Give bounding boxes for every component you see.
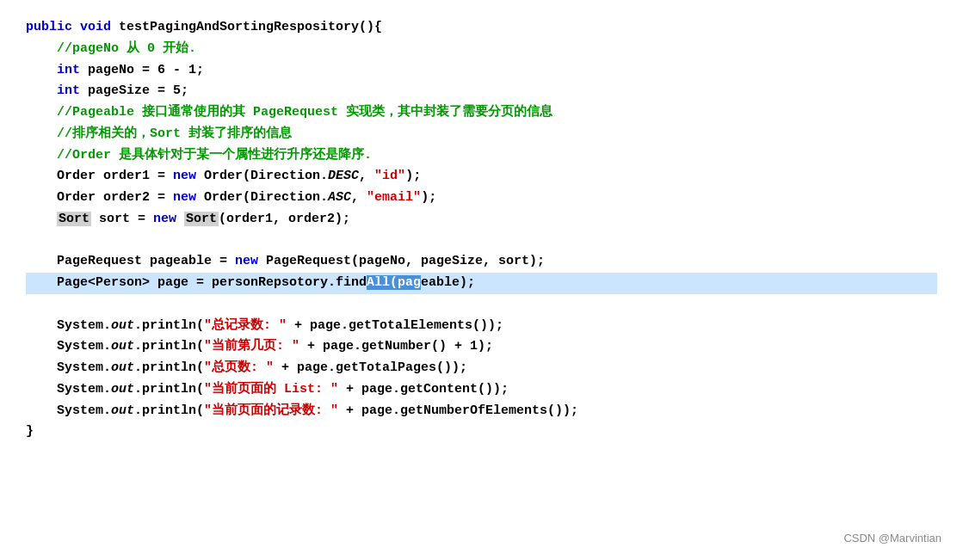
comment-5: //Pageable 接口通常使用的其 PageRequest 实现类，其中封装… xyxy=(57,105,552,120)
code-line-8: Order order1 = new Order(Direction.DESC,… xyxy=(26,166,937,188)
watermark: CSDN @Marvintian xyxy=(843,532,941,545)
comment-7: //Order 是具体针对于某一个属性进行升序还是降序. xyxy=(57,148,372,163)
out-4: out xyxy=(111,382,134,397)
code-line-blank-2 xyxy=(26,294,937,316)
code-line-12: PageRequest pageable = new PageRequest(p… xyxy=(26,251,937,273)
code-line-13: Page<Person> page = personRepsotory.find… xyxy=(26,273,937,294)
code-line-3: int pageNo = 6 - 1; xyxy=(26,60,937,82)
code-line-5: //Pageable 接口通常使用的其 PageRequest 实现类，其中封装… xyxy=(26,102,937,124)
code-line-19: System.out.println("当前页面的记录数: " + page.g… xyxy=(26,401,937,422)
comment-2: //pageNo 从 0 开始. xyxy=(57,41,196,56)
code-line-2: //pageNo 从 0 开始. xyxy=(26,39,937,60)
keyword-new-3: new xyxy=(153,212,176,226)
keyword-public: public xyxy=(26,20,72,34)
code-line-4: int pageSize = 5; xyxy=(26,81,937,102)
code-line-7: //Order 是具体针对于某一个属性进行升序还是降序. xyxy=(26,145,937,167)
code-line-6: //排序相关的，Sort 封装了排序的信息 xyxy=(26,124,937,145)
out-3: out xyxy=(111,360,134,375)
code-line-10: Sort sort = new Sort(order1, order2); xyxy=(26,209,937,231)
code-line-17: System.out.println("总页数: " + page.getTot… xyxy=(26,358,937,379)
keyword-void: void xyxy=(80,20,111,34)
string-total-pages: "总页数: " xyxy=(204,360,274,375)
comment-6: //排序相关的，Sort 封装了排序的信息 xyxy=(57,126,292,141)
direction-desc: DESC xyxy=(328,169,359,183)
out-2: out xyxy=(111,339,134,354)
out-5: out xyxy=(111,403,134,418)
direction-asc: ASC xyxy=(328,190,351,205)
keyword-int-1: int xyxy=(57,63,80,77)
code-line-1: public void testPagingAndSortingResposit… xyxy=(26,17,937,39)
sort-constructor-highlight: Sort xyxy=(184,212,219,226)
code-line-15: System.out.println("总记录数: " + page.getTo… xyxy=(26,316,937,337)
string-page-num: "当前第几页: " xyxy=(204,339,299,354)
string-total: "总记录数: " xyxy=(204,318,287,333)
code-line-9: Order order2 = new Order(Direction.ASC, … xyxy=(26,188,937,209)
string-list: "当前页面的 List: " xyxy=(204,382,338,397)
keyword-new-4: new xyxy=(235,254,258,268)
keyword-int-2: int xyxy=(57,83,80,98)
code-line-16: System.out.println("当前第几页: " + page.getN… xyxy=(26,336,937,358)
string-count: "当前页面的记录数: " xyxy=(204,403,338,418)
keyword-new-1: new xyxy=(173,169,196,183)
find-all-highlight: All(pag xyxy=(367,275,421,290)
string-email: "email" xyxy=(367,190,421,205)
code-line-blank-1 xyxy=(26,231,937,252)
out-1: out xyxy=(111,318,134,333)
code-container: public void testPagingAndSortingResposit… xyxy=(0,0,963,560)
code-block: public void testPagingAndSortingResposit… xyxy=(26,17,937,443)
code-line-closing: } xyxy=(26,422,937,443)
keyword-new-2: new xyxy=(173,190,196,205)
sort-type-highlight: Sort xyxy=(57,212,91,226)
code-line-18: System.out.println("当前页面的 List: " + page… xyxy=(26,379,937,401)
string-id: "id" xyxy=(374,169,405,183)
